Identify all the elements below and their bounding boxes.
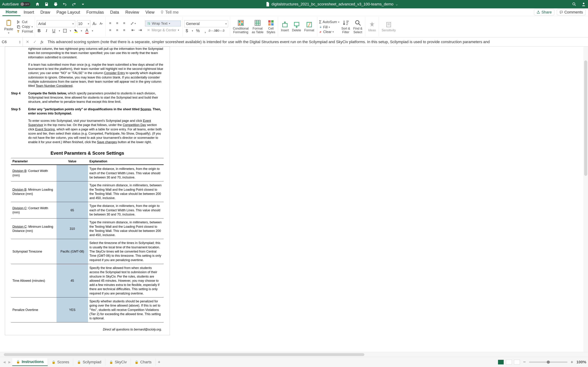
value-cell[interactable]: 45: [57, 264, 88, 297]
value-cell[interactable]: [57, 165, 88, 181]
font-color-button[interactable]: A: [85, 28, 89, 33]
sheet-tab-skyciv[interactable]: 🔒SkyCiv: [105, 358, 131, 366]
font-name-select[interactable]: Arial▾: [37, 20, 75, 27]
align-left-icon[interactable]: ≡: [107, 27, 113, 33]
zoom-out-button[interactable]: −: [523, 359, 526, 365]
chevron-down-icon[interactable]: ⌄: [395, 2, 398, 7]
wrap-text-button[interactable]: Wrap Text▾: [145, 21, 181, 26]
value-cell[interactable]: Pacific (GMT-08): [57, 239, 88, 264]
value-cell[interactable]: 310: [57, 218, 88, 239]
align-middle-icon[interactable]: ≡: [114, 20, 120, 26]
name-box-stepper[interactable]: ▲▼: [19, 40, 21, 44]
value-cell[interactable]: 65: [57, 202, 88, 218]
search-icon[interactable]: [572, 2, 576, 7]
tab-draw[interactable]: Draw: [37, 8, 53, 16]
autosum-button[interactable]: ΣAutoSum▾: [319, 20, 339, 25]
autosave-toggle[interactable]: AutoSave OFF: [2, 2, 30, 7]
sort-filter-button[interactable]: Sort & Filter: [340, 19, 351, 34]
format-as-table-button[interactable]: Format as Table: [251, 19, 265, 34]
paste-button[interactable]: Paste ▾: [3, 19, 14, 34]
sheet-tab-scores[interactable]: 🔒Scores: [48, 358, 73, 366]
align-center-icon[interactable]: ≡: [114, 27, 120, 33]
cell-styles-button[interactable]: Cell Styles: [266, 19, 276, 34]
decrease-indent-icon[interactable]: ⇤: [131, 28, 136, 33]
underline-button[interactable]: U: [52, 28, 56, 33]
fill-color-button[interactable]: [73, 28, 78, 33]
page-layout-view-button[interactable]: [506, 360, 512, 365]
undo-icon[interactable]: [62, 2, 67, 7]
comma-format-icon[interactable]: ,: [203, 28, 208, 33]
sheet-tab-charts[interactable]: 🔒Charts: [131, 358, 156, 366]
confirm-formula-icon[interactable]: ✓: [33, 40, 36, 44]
home-icon[interactable]: [35, 2, 40, 7]
tell-me-search[interactable]: Tell me: [160, 10, 179, 15]
insert-cells-button[interactable]: Insert: [280, 21, 290, 32]
borders-button[interactable]: [62, 28, 67, 33]
zoom-in-button[interactable]: +: [571, 359, 573, 365]
font-size-select[interactable]: 10▾: [77, 20, 90, 27]
cut-button[interactable]: Cut: [17, 20, 33, 24]
delete-cells-button[interactable]: Delete: [291, 21, 302, 32]
tab-insert[interactable]: Insert: [20, 8, 37, 16]
sheet-tab-instructions[interactable]: 🔒Instructions: [12, 358, 48, 366]
tab-page-layout[interactable]: Page Layout: [53, 8, 83, 16]
italic-button[interactable]: I: [44, 28, 49, 33]
scrollbar-thumb[interactable]: [584, 60, 587, 176]
formula-input[interactable]: This advanced scoring system (note that …: [47, 40, 588, 44]
value-cell[interactable]: YES: [57, 297, 88, 322]
tab-home[interactable]: Home: [2, 8, 20, 16]
comments-button[interactable]: Comments: [557, 9, 586, 15]
fx-icon[interactable]: fx: [41, 40, 43, 44]
orientation-button[interactable]: ⤢▾: [131, 21, 136, 26]
ideas-button[interactable]: Ideas: [367, 21, 377, 32]
value-cell[interactable]: [57, 181, 88, 202]
decrease-font-icon[interactable]: A▾: [99, 21, 104, 26]
redo-icon[interactable]: [72, 2, 76, 7]
horizontal-scrollbar[interactable]: [0, 352, 588, 357]
share-button[interactable]: Share: [534, 9, 554, 15]
increase-decimal-icon[interactable]: .0→.00: [210, 28, 215, 33]
tab-review[interactable]: Review: [122, 8, 142, 16]
name-box[interactable]: C6 ▲▼: [0, 37, 23, 46]
format-painter-button[interactable]: Format: [17, 29, 33, 33]
save-icon[interactable]: [44, 2, 49, 7]
tab-nav-next[interactable]: ▶: [7, 360, 12, 364]
scrollbar-thumb[interactable]: [4, 353, 364, 356]
merge-center-button[interactable]: Merge & Center▾: [145, 27, 181, 33]
accounting-format-icon[interactable]: $: [184, 28, 189, 33]
align-right-icon[interactable]: ≡: [121, 27, 127, 33]
tab-data[interactable]: Data: [107, 8, 122, 16]
sheet-tab-scilympiad[interactable]: 🔒Scilympiad: [73, 358, 105, 366]
account-icon[interactable]: [581, 2, 586, 7]
customize-qat-icon[interactable]: [81, 2, 85, 7]
sensitivity-button[interactable]: Sensitivity: [381, 21, 397, 32]
zoom-level[interactable]: 100%: [576, 360, 586, 364]
number-format-select[interactable]: General▾: [184, 20, 228, 27]
conditional-formatting-button[interactable]: Conditional Formatting: [232, 19, 250, 34]
increase-indent-icon[interactable]: ⇥: [138, 28, 143, 33]
add-sheet-button[interactable]: +: [156, 359, 163, 365]
autosave-switch[interactable]: OFF: [20, 2, 30, 6]
increase-font-icon[interactable]: A▴: [92, 21, 97, 26]
zoom-slider[interactable]: [529, 362, 568, 363]
decrease-decimal-icon[interactable]: .00→.0: [217, 28, 222, 33]
print-icon[interactable]: [53, 2, 58, 7]
zoom-slider-knob[interactable]: [547, 360, 550, 364]
align-top-icon[interactable]: ≡: [107, 20, 113, 26]
page-break-view-button[interactable]: [514, 360, 520, 365]
copy-button[interactable]: Copy▾: [17, 25, 33, 29]
worksheet-area[interactable]: rightmost column, the two rightmost grey…: [0, 47, 588, 357]
percent-format-icon[interactable]: %: [196, 28, 200, 33]
tab-view[interactable]: View: [142, 8, 158, 16]
find-select-button[interactable]: Find & Select: [352, 19, 363, 34]
bold-button[interactable]: B: [37, 28, 42, 33]
clear-button[interactable]: Clear▾: [319, 30, 339, 34]
cancel-formula-icon[interactable]: ✕: [26, 40, 29, 44]
format-cells-button[interactable]: Format: [303, 21, 315, 32]
normal-view-button[interactable]: [498, 360, 504, 365]
tab-nav-prev[interactable]: ◀: [2, 360, 7, 364]
align-bottom-icon[interactable]: ≡: [121, 20, 127, 26]
chevron-down-icon[interactable]: ▾: [8, 32, 9, 34]
fill-button[interactable]: Fill▾: [319, 25, 339, 29]
tab-formulas[interactable]: Formulas: [83, 8, 107, 16]
